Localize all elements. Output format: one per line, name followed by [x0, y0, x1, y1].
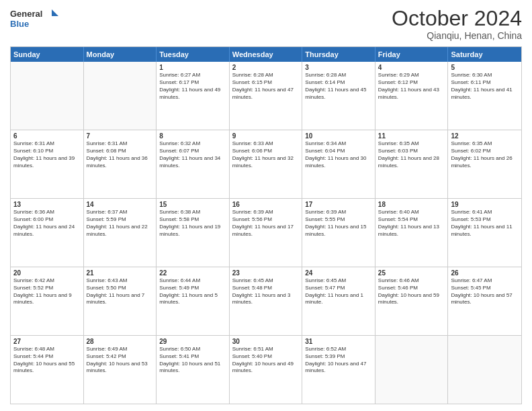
day-number: 12: [451, 132, 519, 140]
svg-text:General: General: [10, 9, 42, 19]
calendar-day-cell: 20Sunrise: 6:42 AM Sunset: 5:52 PM Dayli…: [11, 267, 84, 335]
day-number: 7: [87, 132, 154, 140]
weekday-header: Monday: [84, 47, 157, 62]
calendar-week-row: 13Sunrise: 6:36 AM Sunset: 6:00 PM Dayli…: [11, 198, 521, 267]
day-number: 6: [13, 132, 81, 140]
calendar-day-cell: 26Sunrise: 6:47 AM Sunset: 5:45 PM Dayli…: [448, 267, 521, 335]
day-number: 22: [159, 269, 226, 277]
calendar-week-row: 1Sunrise: 6:27 AM Sunset: 6:17 PM Daylig…: [11, 62, 521, 130]
weekday-header: Tuesday: [157, 47, 230, 62]
calendar-day-cell: 14Sunrise: 6:37 AM Sunset: 5:59 PM Dayli…: [84, 199, 157, 267]
calendar-body: 1Sunrise: 6:27 AM Sunset: 6:17 PM Daylig…: [11, 62, 521, 404]
calendar-day-cell: 23Sunrise: 6:45 AM Sunset: 5:48 PM Dayli…: [230, 267, 303, 335]
day-number: 18: [378, 201, 445, 208]
day-details: Sunrise: 6:44 AM Sunset: 5:49 PM Dayligh…: [159, 277, 226, 306]
day-number: 14: [87, 201, 154, 208]
day-number: 15: [159, 201, 226, 208]
calendar-day-cell: 12Sunrise: 6:35 AM Sunset: 6:02 PM Dayli…: [448, 130, 521, 198]
calendar-day-cell: 30Sunrise: 6:51 AM Sunset: 5:40 PM Dayli…: [230, 336, 303, 404]
calendar-day-cell: 9Sunrise: 6:33 AM Sunset: 6:06 PM Daylig…: [230, 130, 303, 198]
empty-cell: [11, 62, 84, 130]
calendar-day-cell: 27Sunrise: 6:48 AM Sunset: 5:44 PM Dayli…: [11, 336, 84, 404]
calendar-day-cell: 25Sunrise: 6:46 AM Sunset: 5:46 PM Dayli…: [375, 267, 449, 335]
day-number: 16: [232, 201, 300, 208]
day-number: 3: [305, 64, 372, 71]
day-number: 25: [378, 269, 445, 277]
calendar-day-cell: 19Sunrise: 6:41 AM Sunset: 5:53 PM Dayli…: [448, 199, 521, 267]
day-details: Sunrise: 6:39 AM Sunset: 5:55 PM Dayligh…: [305, 209, 372, 238]
day-number: 21: [87, 269, 154, 277]
day-details: Sunrise: 6:38 AM Sunset: 5:58 PM Dayligh…: [159, 209, 226, 238]
calendar-day-cell: 13Sunrise: 6:36 AM Sunset: 6:00 PM Dayli…: [11, 199, 84, 267]
day-number: 24: [305, 269, 372, 277]
day-number: 4: [378, 64, 445, 71]
day-number: 29: [159, 338, 226, 345]
weekday-header: Saturday: [448, 47, 521, 62]
header: GeneralBlue October 2024 Qianqiu, Henan,…: [10, 7, 522, 41]
day-number: 2: [232, 64, 300, 71]
day-details: Sunrise: 6:33 AM Sunset: 6:06 PM Dayligh…: [232, 140, 300, 169]
day-number: 27: [13, 338, 81, 345]
title-block: October 2024 Qianqiu, Henan, China: [392, 7, 522, 41]
day-details: Sunrise: 6:51 AM Sunset: 5:40 PM Dayligh…: [232, 346, 300, 375]
day-details: Sunrise: 6:27 AM Sunset: 6:17 PM Dayligh…: [159, 72, 226, 101]
calendar-day-cell: 1Sunrise: 6:27 AM Sunset: 6:17 PM Daylig…: [157, 62, 230, 130]
day-number: 31: [305, 338, 372, 345]
day-details: Sunrise: 6:42 AM Sunset: 5:52 PM Dayligh…: [13, 277, 81, 306]
day-details: Sunrise: 6:29 AM Sunset: 6:12 PM Dayligh…: [378, 72, 445, 101]
logo: GeneralBlue: [10, 7, 64, 31]
day-number: 5: [451, 64, 519, 71]
day-details: Sunrise: 6:47 AM Sunset: 5:45 PM Dayligh…: [451, 277, 519, 306]
empty-cell: [84, 62, 157, 130]
calendar-day-cell: 17Sunrise: 6:39 AM Sunset: 5:55 PM Dayli…: [302, 199, 375, 267]
day-number: 30: [232, 338, 300, 345]
day-details: Sunrise: 6:40 AM Sunset: 5:54 PM Dayligh…: [378, 209, 445, 238]
calendar-day-cell: 16Sunrise: 6:39 AM Sunset: 5:56 PM Dayli…: [230, 199, 303, 267]
day-details: Sunrise: 6:28 AM Sunset: 6:15 PM Dayligh…: [232, 72, 300, 101]
day-details: Sunrise: 6:32 AM Sunset: 6:07 PM Dayligh…: [159, 140, 226, 169]
weekday-header: Sunday: [11, 47, 84, 62]
calendar-day-cell: 28Sunrise: 6:49 AM Sunset: 5:42 PM Dayli…: [84, 336, 157, 404]
calendar-day-cell: 18Sunrise: 6:40 AM Sunset: 5:54 PM Dayli…: [375, 199, 449, 267]
day-number: 9: [232, 132, 300, 140]
day-details: Sunrise: 6:30 AM Sunset: 6:11 PM Dayligh…: [451, 72, 519, 101]
logo-svg: GeneralBlue: [10, 7, 64, 31]
empty-cell: [448, 336, 521, 404]
calendar-week-row: 20Sunrise: 6:42 AM Sunset: 5:52 PM Dayli…: [11, 267, 521, 335]
calendar-day-cell: 15Sunrise: 6:38 AM Sunset: 5:58 PM Dayli…: [157, 199, 230, 267]
day-number: 23: [232, 269, 300, 277]
calendar-day-cell: 5Sunrise: 6:30 AM Sunset: 6:11 PM Daylig…: [448, 62, 521, 130]
calendar-title: October 2024: [392, 7, 522, 30]
day-number: 20: [13, 269, 81, 277]
calendar-day-cell: 31Sunrise: 6:52 AM Sunset: 5:39 PM Dayli…: [302, 336, 375, 404]
day-details: Sunrise: 6:35 AM Sunset: 6:02 PM Dayligh…: [451, 140, 519, 169]
calendar-subtitle: Qianqiu, Henan, China: [392, 30, 522, 41]
svg-marker-2: [52, 9, 58, 16]
calendar-day-cell: 11Sunrise: 6:35 AM Sunset: 6:03 PM Dayli…: [375, 130, 449, 198]
day-details: Sunrise: 6:35 AM Sunset: 6:03 PM Dayligh…: [378, 140, 445, 169]
day-details: Sunrise: 6:52 AM Sunset: 5:39 PM Dayligh…: [305, 346, 372, 375]
calendar-week-row: 6Sunrise: 6:31 AM Sunset: 6:10 PM Daylig…: [11, 130, 521, 198]
day-details: Sunrise: 6:49 AM Sunset: 5:42 PM Dayligh…: [87, 346, 154, 375]
calendar-day-cell: 6Sunrise: 6:31 AM Sunset: 6:10 PM Daylig…: [11, 130, 84, 198]
day-details: Sunrise: 6:39 AM Sunset: 5:56 PM Dayligh…: [232, 209, 300, 238]
empty-cell: [375, 336, 449, 404]
svg-text:Blue: Blue: [10, 19, 29, 29]
day-number: 8: [159, 132, 226, 140]
day-number: 26: [451, 269, 519, 277]
day-details: Sunrise: 6:43 AM Sunset: 5:50 PM Dayligh…: [87, 277, 154, 306]
day-number: 1: [159, 64, 226, 71]
weekday-header: Wednesday: [230, 47, 303, 62]
calendar-day-cell: 24Sunrise: 6:45 AM Sunset: 5:47 PM Dayli…: [302, 267, 375, 335]
day-details: Sunrise: 6:48 AM Sunset: 5:44 PM Dayligh…: [13, 346, 81, 375]
calendar-day-cell: 8Sunrise: 6:32 AM Sunset: 6:07 PM Daylig…: [157, 130, 230, 198]
day-number: 28: [87, 338, 154, 345]
calendar-day-cell: 21Sunrise: 6:43 AM Sunset: 5:50 PM Dayli…: [84, 267, 157, 335]
calendar-header-row: SundayMondayTuesdayWednesdayThursdayFrid…: [11, 47, 521, 62]
day-number: 10: [305, 132, 372, 140]
calendar-container: GeneralBlue October 2024 Qianqiu, Henan,…: [0, 0, 532, 411]
day-details: Sunrise: 6:45 AM Sunset: 5:47 PM Dayligh…: [305, 277, 372, 306]
calendar-day-cell: 10Sunrise: 6:34 AM Sunset: 6:04 PM Dayli…: [302, 130, 375, 198]
day-number: 19: [451, 201, 519, 208]
calendar-day-cell: 4Sunrise: 6:29 AM Sunset: 6:12 PM Daylig…: [375, 62, 449, 130]
